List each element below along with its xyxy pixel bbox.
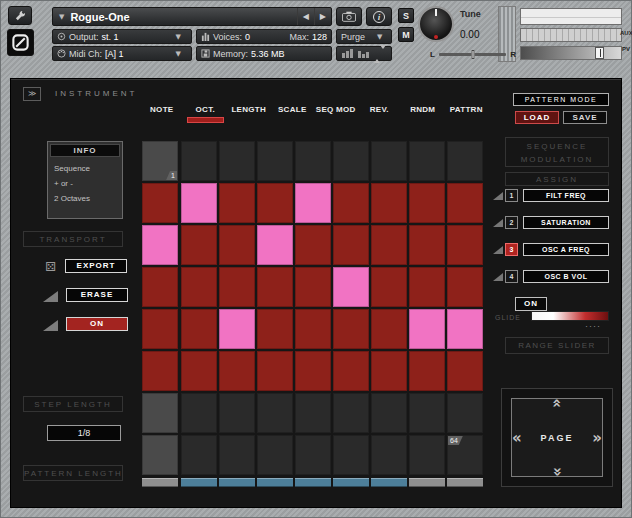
step-cell[interactable] — [333, 141, 369, 181]
step-cell[interactable] — [333, 309, 369, 349]
pattern-length-bar[interactable] — [333, 478, 369, 487]
page-down-button[interactable]: « — [550, 467, 564, 477]
load-button[interactable]: LOAD — [515, 111, 559, 124]
step-cell[interactable] — [257, 309, 293, 349]
step-cell[interactable] — [409, 435, 445, 475]
step-cell[interactable] — [371, 267, 407, 307]
mute-button[interactable]: M — [398, 27, 414, 42]
step-cell[interactable] — [257, 435, 293, 475]
step-cell[interactable] — [181, 267, 217, 307]
step-cell[interactable] — [181, 393, 217, 433]
step-cell[interactable] — [447, 393, 483, 433]
pattern-length-bar[interactable] — [257, 478, 293, 487]
step-cell[interactable] — [219, 267, 255, 307]
assign-slot-number[interactable]: 3 — [505, 243, 518, 256]
pattern-length-bar[interactable] — [447, 478, 483, 487]
step-cell[interactable] — [219, 393, 255, 433]
step-cell[interactable] — [219, 183, 255, 223]
step-cell[interactable]: 64 — [447, 435, 483, 475]
output-selector[interactable]: Output: st. 1 ▼ — [52, 29, 192, 44]
prev-instrument-button[interactable]: ◀ — [297, 8, 314, 25]
step-cell[interactable] — [409, 141, 445, 181]
step-cell[interactable] — [219, 309, 255, 349]
row-label-cell[interactable] — [142, 225, 178, 265]
assign-target-button[interactable]: SATURATION — [523, 216, 609, 229]
assign-slot-number[interactable]: 4 — [505, 270, 518, 283]
aux-label[interactable]: AUX — [620, 30, 632, 36]
step-cell[interactable] — [219, 351, 255, 391]
step-cell[interactable] — [409, 309, 445, 349]
snapshot-camera-button[interactable] — [336, 7, 362, 26]
assign-slot-number[interactable]: 1 — [505, 189, 518, 202]
row-label-cell[interactable] — [142, 435, 178, 475]
tools-icon-button[interactable] — [8, 6, 32, 25]
tab-scale[interactable]: SCALE — [271, 105, 315, 123]
pan-handle[interactable] — [471, 50, 474, 59]
pattern-length-bar[interactable] — [409, 478, 445, 487]
step-cell[interactable] — [257, 267, 293, 307]
next-instrument-button[interactable]: ▶ — [314, 8, 331, 25]
tab-rndm[interactable]: RNDM — [401, 105, 445, 123]
tab-seq-mod[interactable]: SEQ MOD — [314, 105, 358, 123]
on-button[interactable]: ON — [66, 317, 128, 331]
step-cell[interactable] — [371, 183, 407, 223]
save-button[interactable]: SAVE — [563, 111, 607, 124]
step-cell[interactable] — [295, 351, 331, 391]
step-cell[interactable] — [295, 183, 331, 223]
pattern-length-bar[interactable] — [219, 478, 255, 487]
tab-note[interactable]: NOTE — [140, 105, 184, 123]
tab-pattrn[interactable]: PATTRN — [445, 105, 489, 123]
info-button[interactable]: i — [366, 7, 392, 26]
pv-label[interactable]: PV — [622, 46, 630, 52]
step-cell[interactable] — [333, 267, 369, 307]
step-cell[interactable] — [447, 225, 483, 265]
step-cell[interactable] — [257, 351, 293, 391]
step-cell[interactable] — [219, 225, 255, 265]
more-options-dots[interactable]: ···· — [585, 322, 601, 330]
step-cell[interactable] — [409, 267, 445, 307]
tune-knob[interactable] — [418, 6, 454, 42]
step-cell[interactable] — [371, 309, 407, 349]
step-cell[interactable] — [181, 351, 217, 391]
step-cell[interactable] — [257, 141, 293, 181]
step-cell[interactable] — [181, 435, 217, 475]
step-cell[interactable] — [295, 225, 331, 265]
step-cell[interactable] — [447, 309, 483, 349]
tab-oct[interactable]: OCT. — [184, 105, 228, 123]
erase-button[interactable]: ERASE — [66, 288, 128, 302]
instrument-title-bar[interactable]: ▼ Rogue-One ◀ ▶ — [52, 7, 332, 26]
step-cell[interactable] — [333, 393, 369, 433]
assign-target-button[interactable]: OSC B VOL — [523, 270, 609, 283]
instrument-power-button[interactable] — [7, 29, 34, 56]
step-cell[interactable] — [181, 183, 217, 223]
step-cell[interactable] — [219, 435, 255, 475]
tab-length[interactable]: LENGTH — [227, 105, 271, 123]
solo-button[interactable]: S — [398, 8, 414, 23]
step-cell[interactable] — [333, 183, 369, 223]
step-cell[interactable] — [181, 141, 217, 181]
fader-handle[interactable] — [595, 47, 604, 59]
step-cell[interactable] — [295, 309, 331, 349]
purge-menu[interactable]: Purge ▼ — [336, 29, 392, 44]
step-cell[interactable] — [333, 351, 369, 391]
step-cell[interactable] — [181, 225, 217, 265]
assign-target-button[interactable]: OSC A FREQ — [523, 243, 609, 256]
page-right-button[interactable]: » — [592, 431, 602, 445]
midi-channel-selector[interactable]: Midi Ch: [A] 1 ▼ — [52, 46, 192, 61]
row-label-cell[interactable]: 1 — [142, 141, 178, 181]
row-label-cell[interactable] — [142, 183, 178, 223]
assign-target-button[interactable]: FILT FREQ — [523, 189, 609, 202]
step-length-value[interactable]: 1/8 — [47, 425, 121, 441]
tab-rev[interactable]: REV. — [358, 105, 402, 123]
step-cell[interactable] — [257, 183, 293, 223]
step-cell[interactable] — [295, 141, 331, 181]
step-cell[interactable] — [371, 393, 407, 433]
row-label-cell[interactable] — [142, 351, 178, 391]
pan-track[interactable] — [439, 53, 506, 56]
step-cell[interactable] — [409, 225, 445, 265]
pattern-length-bar[interactable] — [371, 478, 407, 487]
row-label-cell[interactable] — [142, 393, 178, 433]
step-cell[interactable] — [371, 435, 407, 475]
step-cell[interactable] — [181, 309, 217, 349]
step-cell[interactable] — [447, 141, 483, 181]
